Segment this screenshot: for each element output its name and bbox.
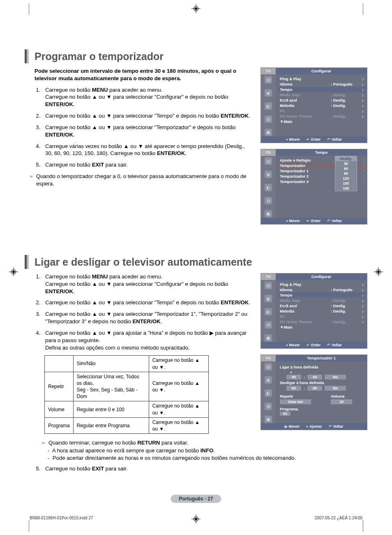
repetir-label: Repetir: [280, 394, 311, 398]
osd-title: Tempo: [276, 149, 367, 156]
osd-tv-label: TV: [261, 273, 276, 280]
step-1: Carregue no botão MENU para aceder ao me…: [42, 86, 252, 108]
on-hour: 00: [286, 375, 301, 380]
step-3: Carregue no botão ▲ ou ▼ para selecciona…: [42, 124, 252, 139]
note-arrow-icon: [29, 173, 34, 181]
chevron-right-icon: [360, 298, 364, 303]
programa-label: Programa: [280, 407, 363, 411]
dash-item: - Pode acertar directamente as horas e o…: [53, 454, 367, 462]
dash-item: - A hora actual aparece no ecrã sempre q…: [53, 447, 367, 454]
osd-title: Configurar: [276, 68, 367, 74]
settings-table: Sim/Não Carregue no botão ▲ ou ▼. Repeti…: [44, 355, 209, 434]
chevron-right-icon: [360, 114, 364, 118]
registration-mark-icon: [191, 4, 201, 13]
input-icon: ☗: [265, 129, 272, 136]
osd-tv-label: TV: [261, 355, 276, 361]
setup-icon: ✿: [265, 321, 272, 329]
chevron-right-icon: [360, 320, 364, 324]
section-1-intro: Pode seleccionar um intervalo de tempo e…: [35, 67, 252, 82]
step-2: Carregue no botão ▲ ou ▼ para selecciona…: [42, 299, 252, 306]
section-1-note: Quando o temporizador chegar a 0, o tele…: [29, 173, 252, 188]
sound-icon: ◉: [265, 171, 272, 178]
table-row: Repetir Seleccionar Uma vez, Todos os di…: [45, 372, 209, 401]
section-2-heading: Ligar e desligar o televisor automaticam…: [35, 256, 252, 268]
channel-icon: ◐: [265, 308, 272, 315]
sound-icon: ◉: [265, 295, 272, 302]
step-2: Carregue no botão ▲ ou ▼ para selecciona…: [42, 112, 252, 120]
off-enable: No: [325, 386, 346, 391]
osd-configurar: TV Configurar ▤ ◉ ◐ ✿ ☗ Plug & Play Idio…: [261, 67, 367, 143]
chevron-right-icon: [360, 103, 364, 108]
section-1-title: Programar o temporizador: [25, 49, 367, 63]
registration-mark-icon: [374, 267, 383, 276]
channel-icon: ◐: [265, 184, 272, 191]
table-row: Volume Regular entre 0 e 100 Carregue no…: [45, 401, 209, 417]
picture-icon: ▤: [265, 157, 272, 165]
setup-icon: ✿: [265, 197, 272, 204]
voltar-hint: ↶Voltar: [327, 343, 342, 347]
chevron-right-icon: [360, 282, 364, 287]
page-number-badge: Português - 27: [171, 495, 221, 503]
section-2-steps: Carregue no botão MENU para aceder ao me…: [35, 273, 252, 351]
step-4: Carregue várias vezes no botão ▲ ou ▼ at…: [42, 143, 252, 157]
on-minute: 00: [307, 375, 322, 380]
voltar-hint: ↶Voltar: [327, 219, 342, 223]
input-icon: ☗: [265, 416, 272, 423]
chevron-right-icon: [360, 82, 364, 86]
ajustar-hint: ♦Ajustar: [306, 424, 322, 428]
step-1: Carregue no botão MENU para aceder ao me…: [42, 273, 252, 295]
footer-left: BN68-01186H-01Por-0515.indd 27: [30, 516, 93, 520]
table-row: Sim/Não Carregue no botão ▲ ou ▼.: [45, 356, 209, 372]
osd-sidebar-icons: ▤ ◉ ◐ ✿ ☗: [261, 280, 276, 342]
picture-icon: ▤: [265, 282, 272, 289]
footer-right: 2007-05-22 ¿ÀÈÄ 1:24:00: [315, 516, 362, 520]
chevron-right-icon: [360, 76, 364, 81]
osd-title: Configurar: [276, 273, 367, 280]
osd-configurar-2: TV Configurar ▤ ◉ ◐ ✿ ☗ Plug & Play Idio…: [261, 273, 367, 349]
channel-icon: ◐: [265, 389, 272, 397]
volume-label: Volume: [331, 394, 352, 398]
voltar-hint: ↶Voltar: [329, 424, 344, 428]
temporizador-dropdown: Deslig. 30 60 90 120 150 180: [335, 156, 357, 191]
chevron-right-icon: [360, 314, 364, 319]
mover-hint: ♦Mover: [286, 219, 300, 223]
osd-tv-label: TV: [261, 149, 276, 156]
osd-tv-label: TV: [261, 68, 276, 74]
title-bar-icon: [25, 255, 29, 269]
ligar-label: Ligar à hora definida: [280, 365, 363, 369]
off-hour: 00: [286, 386, 301, 391]
chevron-right-icon: [360, 303, 364, 308]
input-icon: ☗: [265, 334, 272, 342]
enter-hint: ↵Enter: [307, 219, 321, 223]
crop-mark: [29, 520, 29, 532]
channel-icon: ◐: [265, 102, 272, 110]
osd-sidebar-icons: ▤ ◉ ◐ ✿ ☗: [261, 361, 276, 423]
volume-value: 10: [331, 399, 352, 404]
enter-hint: ↵Enter: [307, 137, 321, 141]
mover-hint: ▶Mover: [285, 424, 300, 428]
osd-title: Temporizador 1: [276, 355, 367, 361]
crop-mark: [363, 520, 363, 532]
repetir-value: Uma vez: [280, 399, 311, 404]
enter-hint: ↵Enter: [307, 343, 321, 347]
step-4: Carregue no botão ▲ ou ▼ para ajustar a …: [42, 329, 252, 351]
off-minute: 00: [307, 386, 322, 391]
note-arrow-icon: [41, 439, 46, 447]
sound-icon: ◉: [265, 89, 272, 97]
chevron-right-icon: [360, 93, 364, 97]
crop-mark: [363, 3, 363, 15]
chevron-right-icon: [360, 287, 364, 292]
section-1-steps: Carregue no botão MENU para aceder ao me…: [35, 86, 252, 169]
chevron-up-icon: [290, 369, 293, 374]
step-5: Carregue no botão EXIT para sair.: [42, 161, 252, 169]
osd-temporizador-1: TV Temporizador 1 ▤ ◉ ◐ ✿ ☗ Ligar à hora…: [261, 354, 367, 430]
step-3: Carregue no botão ▲ ou ▼ para selecciona…: [42, 310, 252, 325]
section-2-title: Ligar e desligar o televisor automaticam…: [25, 255, 367, 269]
setup-icon: ✿: [265, 116, 272, 123]
picture-icon: ▤: [265, 363, 272, 371]
osd-tempo: TV Tempo ▤ ◉ ◐ ✿ ☗ Ajuste o Relógio: Tem…: [261, 149, 367, 225]
chevron-right-icon: [360, 87, 364, 92]
chevron-right-icon: [360, 109, 364, 113]
voltar-hint: ↶Voltar: [327, 137, 342, 141]
picture-icon: ▤: [265, 76, 272, 83]
